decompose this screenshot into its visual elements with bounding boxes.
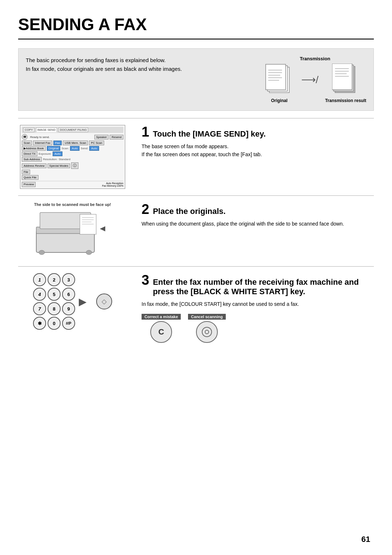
step-1-right: 1 Touch the [IMAGE SEND] key. The base s… [134, 125, 374, 189]
step-2-desc1: When using the document glass, place the… [142, 220, 374, 228]
fax-btn[interactable]: Fax [53, 141, 62, 145]
intro-text: The basic procedure for sending faxes is… [26, 56, 253, 73]
step-3-number: 3 [142, 273, 149, 287]
quick-file-btn[interactable]: Quick File [22, 175, 38, 180]
fax-status: Ready to send. [29, 135, 51, 139]
step-2-title: Place the originals. [153, 207, 226, 216]
sub-address-btn[interactable]: Sub Address [22, 157, 42, 162]
key-star[interactable]: ✱ [33, 317, 46, 330]
transmission-arrow: ⟶/ [301, 74, 319, 93]
key-9[interactable]: 9 [62, 302, 75, 315]
step-1-desc2: If the fax screen does not appear, touch… [142, 150, 374, 158]
original-label: Original [271, 98, 287, 103]
tab-copy[interactable]: COPY [23, 127, 34, 132]
key-4[interactable]: 4 [33, 288, 46, 301]
result-label: Transmission result [325, 98, 366, 103]
fax-ui-mockup: COPY IMAGE SEND DOCUMENT FILING ☎ Ready … [20, 125, 125, 189]
cancel-key[interactable] [196, 321, 218, 343]
result-doc-icon [332, 64, 359, 98]
step-1-desc1: The base screen of fax mode appears. [142, 142, 374, 150]
keypad-grid: 1 2 3 4 5 6 7 8 9 [33, 273, 75, 330]
fax-address-row: ▶Address Book Original Scan: Auto Send: … [22, 146, 123, 151]
cancel-icon [201, 326, 213, 338]
fax-icon: ☎ [22, 134, 28, 140]
key-0[interactable]: 0 [48, 317, 61, 330]
page-title: SENDING A FAX [18, 15, 374, 40]
keypad-section: 1 2 3 4 5 6 7 8 9 [33, 273, 112, 330]
intro-line2: In fax mode, colour originals are sent a… [26, 65, 253, 73]
original-doc-icon [264, 64, 295, 98]
action-buttons: Correct a mistake C Cancel scanning [142, 314, 374, 343]
step-1-number: 1 [142, 125, 149, 139]
auto-reception-text: Auto Reception [102, 182, 123, 185]
speaker-btn[interactable]: Speaker [94, 135, 109, 139]
start-key[interactable]: ◇ [96, 293, 112, 309]
original-btn[interactable]: Original [47, 146, 61, 151]
key-7[interactable]: 7 [33, 302, 46, 315]
intro-section: The basic procedure for sending faxes is… [18, 48, 374, 111]
key-5[interactable]: 5 [48, 288, 61, 301]
key-6[interactable]: 6 [62, 288, 75, 301]
tab-document-filing[interactable]: DOCUMENT FILING [58, 127, 88, 132]
fax-mode-row: Scan Internet Fax Fax USB Mem. Scan PC S… [22, 141, 123, 145]
step-3-header: 3 Enter the fax number of the receiving … [142, 273, 374, 296]
key-2[interactable]: 2 [48, 273, 61, 286]
correct-mistake-label: Correct a mistake [142, 314, 181, 320]
keypad-row-4: ✱ 0 #/P [33, 317, 75, 330]
resolution-label: Resolution: [43, 158, 57, 161]
fax-ui-tabs: COPY IMAGE SEND DOCUMENT FILING [22, 127, 123, 133]
key-8[interactable]: 8 [48, 302, 61, 315]
info-btn[interactable]: ⓘ [71, 162, 78, 169]
pc-scan-btn[interactable]: PC Scan [89, 141, 104, 145]
scan-btn[interactable]: Scan [22, 141, 32, 145]
usb-scan-btn[interactable]: USB Mem. Scan [63, 141, 88, 145]
cancel-scanning-label: Cancel scanning [188, 314, 225, 320]
step-3-title: Enter the fax number of the receiving fa… [153, 278, 374, 296]
scan-note: The side to be scanned must be face up! [34, 202, 111, 207]
scan-auto-btn[interactable]: Auto [70, 146, 79, 151]
fax-memory-text: Fax Memory:100% [102, 185, 123, 187]
resend-btn[interactable]: Resend [110, 135, 123, 139]
resolution-value: Standard [58, 158, 70, 161]
step-2-left: The side to be scanned must be face up! [18, 202, 134, 260]
svg-point-24 [86, 250, 92, 255]
fax-footer: Preview Auto Reception Fax Memory:100% [22, 181, 123, 187]
internet-fax-btn[interactable]: Internet Fax [33, 141, 52, 145]
send-auto-btn[interactable]: Auto [89, 146, 99, 151]
keypad-row-1: 1 2 3 [33, 273, 75, 286]
key-1[interactable]: 1 [33, 273, 46, 286]
address-review-btn[interactable]: Address Review [22, 163, 46, 168]
step-1-header: 1 Touch the [IMAGE SEND] key. [142, 125, 374, 139]
send-label: Send: [81, 147, 88, 150]
svg-point-23 [39, 250, 45, 255]
step-1-desc: The base screen of fax mode appears. If … [142, 142, 374, 159]
preview-btn[interactable]: Preview [22, 182, 36, 187]
step-3-desc: In fax mode, the [COLOUR START] key cann… [142, 300, 374, 308]
direct-tx-btn[interactable]: Direct TX [22, 151, 37, 156]
cancel-scanning-group: Cancel scanning [188, 314, 225, 343]
step-3-desc1: In fax mode, the [COLOUR START] key cann… [142, 300, 374, 308]
svg-point-26 [202, 327, 212, 337]
correct-mistake-group: Correct a mistake C [142, 314, 181, 343]
special-modes-btn[interactable]: Special Modes [48, 163, 70, 168]
address-book-btn[interactable]: ▶Address Book [22, 146, 46, 151]
fax-memory-info: Auto Reception Fax Memory:100% [102, 182, 123, 187]
step-1-title: Touch the [IMAGE SEND] key. [153, 129, 266, 139]
fax-status-row: ☎ Ready to send. Speaker Resend [22, 134, 123, 140]
key-3[interactable]: 3 [62, 273, 75, 286]
exposure-btn[interactable]: Auto [53, 151, 62, 156]
file-btn[interactable]: File [22, 170, 30, 174]
intro-line1: The basic procedure for sending faxes is… [26, 56, 253, 65]
arrow-right: ▶ [79, 296, 87, 308]
fax-direct-row: Direct TX Exposure: Auto [22, 151, 123, 156]
key-hash[interactable]: #/P [62, 317, 75, 330]
transmission-label: Transmission [300, 56, 330, 61]
svg-rect-2 [266, 64, 286, 90]
step-3-row: 1 2 3 4 5 6 7 8 9 [18, 266, 374, 349]
correct-key[interactable]: C [150, 321, 172, 343]
fax-quickfile-row: Quick File [22, 175, 123, 180]
scan-label: Scan: [61, 147, 69, 150]
tab-image-send[interactable]: IMAGE SEND [36, 127, 57, 132]
step-2-desc: When using the document glass, place the… [142, 220, 374, 228]
page-number: 61 [362, 535, 370, 544]
